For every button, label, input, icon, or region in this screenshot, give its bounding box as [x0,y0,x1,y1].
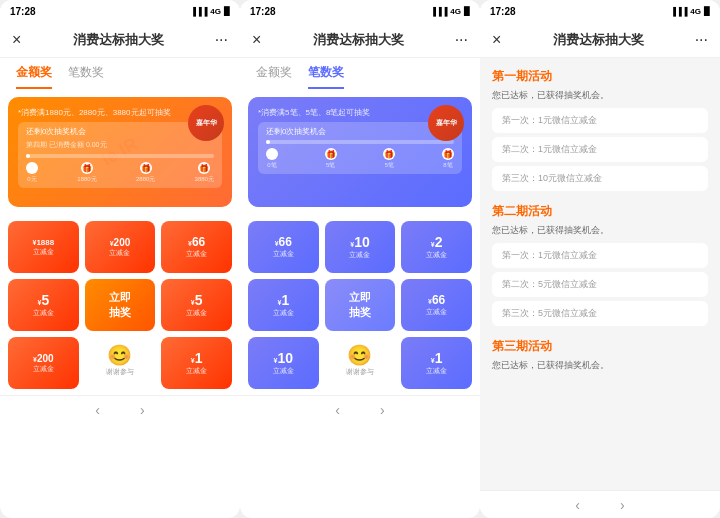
nav-title-1: 消费达标抽大奖 [73,31,164,49]
prize-type-1: 立减金 [186,366,207,376]
dot-circle-2-0 [266,148,278,160]
activity-items-1: 第一次：1元微信立减金 第二次：1元微信立减金 第三次：10元微信立减金 [492,108,708,191]
tabs-1: 金额奖 笔数奖 [0,58,240,89]
dot-label-2-3: 8笔 [443,161,452,170]
back-button-1[interactable]: × [12,31,21,49]
activity-title-2: 第二期活动 [492,203,708,220]
prize-amount-5b: ¥5 [191,292,203,308]
banner-badge-2: 嘉年华 [428,105,464,141]
progress-detail-1: 第四期 已消费金额 0.00元 [26,140,214,150]
signal-icon-1: ▐▐▐ [190,7,207,16]
more-button-2[interactable]: ··· [455,31,468,49]
draw-button-2[interactable]: 立即抽奖 [325,279,396,331]
nav-bar-1: × 消费达标抽大奖 ··· [0,22,240,58]
draw-button-1[interactable]: 立即抽奖 [85,279,156,331]
activity-title-1: 第一期活动 [492,68,708,85]
dot-label-2: 2880元 [136,175,155,184]
prize-1888: ¥1888 立减金 [8,221,79,273]
dot-label-2-1: 5笔 [326,161,335,170]
battery-icon-2: ▉ [464,7,470,16]
prize-b-type-1b: 立减金 [426,366,447,376]
phone-screen-3: 17:28 ▐▐▐ 4G ▉ × 消费达标抽大奖 ··· 第一期活动 您已达标，… [480,0,720,518]
next-button-2[interactable]: › [380,402,385,418]
prev-button-3[interactable]: ‹ [575,497,580,513]
dot-circle-3: 🎁 [198,162,210,174]
progress-bar-fill-1 [26,154,30,158]
nav-bar-2: × 消费达标抽大奖 ··· [240,22,480,58]
prize-b-amount-2: ¥2 [431,234,443,250]
time-2: 17:28 [250,6,276,17]
prize-200b: ¥200 立减金 [8,337,79,389]
dot-2: 🎁 2880元 [136,162,155,184]
tab-count-1[interactable]: 笔数奖 [68,58,104,89]
time-3: 17:28 [490,6,516,17]
dot-label-0: 0元 [27,175,36,184]
prize-b-amount-1b: ¥1 [431,350,443,366]
progress-text-1: 还剩0次抽奖机会 [26,126,214,137]
tabs-2: 金额奖 笔数奖 [240,58,480,89]
prev-button-1[interactable]: ‹ [95,402,100,418]
status-icons-2: ▐▐▐ 4G ▉ [430,7,470,16]
prize-thanks-2: 😊 谢谢参与 [325,337,396,389]
dot-2-0: 0笔 [266,148,278,170]
dot-circle-2-2: 🎁 [383,148,395,160]
prize-b-1b: ¥1 立减金 [401,337,472,389]
signal-icon-3: ▐▐▐ [670,7,687,16]
progress-dots-2: 0笔 🎁 5笔 🎁 5笔 🎁 8笔 [266,148,454,170]
progress-fill-2 [266,140,270,144]
prize-b-10: ¥10 立减金 [325,221,396,273]
bottom-nav-3: ‹ › [480,490,720,518]
prize-grid-1: ¥1888 立减金 ¥200 立减金 ¥66 立减金 ¥5 立减金 立即抽奖 ¥… [0,215,240,395]
more-button-1[interactable]: ··· [215,31,228,49]
dot-label-1: 1880元 [77,175,96,184]
dot-label-2-0: 0笔 [267,161,276,170]
prize-type-66: 立减金 [186,249,207,259]
prize-b-type-10: 立减金 [349,250,370,260]
prize-200: ¥200 立减金 [85,221,156,273]
prize-b-2: ¥2 立减金 [401,221,472,273]
status-icons-1: ▐▐▐ 4G ▉ [190,7,230,16]
tab-count-2[interactable]: 笔数奖 [308,58,344,89]
activity-item-2-0: 第一次：1元微信立减金 [492,243,708,268]
dot-2-2: 🎁 5笔 [383,148,395,170]
next-button-1[interactable]: › [140,402,145,418]
nav-title-3: 消费达标抽大奖 [553,31,644,49]
status-bar-3: 17:28 ▐▐▐ 4G ▉ [480,0,720,22]
tab-amount-1[interactable]: 金额奖 [16,58,52,89]
dot-circle-1: 🎁 [81,162,93,174]
dot-label-3: 3880元 [195,175,214,184]
back-button-3[interactable]: × [492,31,501,49]
prev-button-2[interactable]: ‹ [335,402,340,418]
prize-b-amount-10b: ¥10 [274,350,293,366]
thanks-text-2: 谢谢参与 [346,367,374,377]
purple-banner: *消费满5笔、5笔、8笔起可抽奖 还剩0次抽奖机会 0笔 🎁 5笔 [248,97,472,207]
dot-3: 🎁 3880元 [195,162,214,184]
dot-2-1: 🎁 5笔 [325,148,337,170]
prize-5a: ¥5 立减金 [8,279,79,331]
activity-desc-2: 您已达标，已获得抽奖机会。 [492,224,708,237]
prize-b-amount-66: ¥66 [275,235,292,249]
dot-circle-0 [26,162,38,174]
dot-label-2-2: 5笔 [385,161,394,170]
banner-badge-1: 嘉年华 [188,105,224,141]
next-button-3[interactable]: › [620,497,625,513]
more-button-3[interactable]: ··· [695,31,708,49]
prize-b-type-66: 立减金 [273,249,294,259]
prize-amount-1888: ¥1888 [32,238,54,247]
prize-amount-200b: ¥200 [33,353,54,364]
activity-section-2: 第二期活动 您已达标，已获得抽奖机会。 第一次：1元微信立减金 第二次：5元微信… [492,203,708,326]
prize-grid-2: ¥66 立减金 ¥10 立减金 ¥2 立减金 ¥1 立减金 立即抽奖 ¥66 立… [240,215,480,395]
draw-text-1: 立即抽奖 [109,290,131,320]
signal-icon-2: ▐▐▐ [430,7,447,16]
back-button-2[interactable]: × [252,31,261,49]
prize-1: ¥1 立减金 [161,337,232,389]
progress-bar-bg-1 [26,154,214,158]
prize-b-amount-10: ¥10 [350,234,369,250]
activity-item-2-1: 第二次：5元微信立减金 [492,272,708,297]
tab-amount-2[interactable]: 金额奖 [256,58,292,89]
dot-circle-2: 🎁 [140,162,152,174]
prize-amount-66: ¥66 [188,235,205,249]
activity-item-1-2: 第三次：10元微信立减金 [492,166,708,191]
wifi-icon-2: 4G [450,7,461,16]
dot-2-3: 🎁 8笔 [442,148,454,170]
